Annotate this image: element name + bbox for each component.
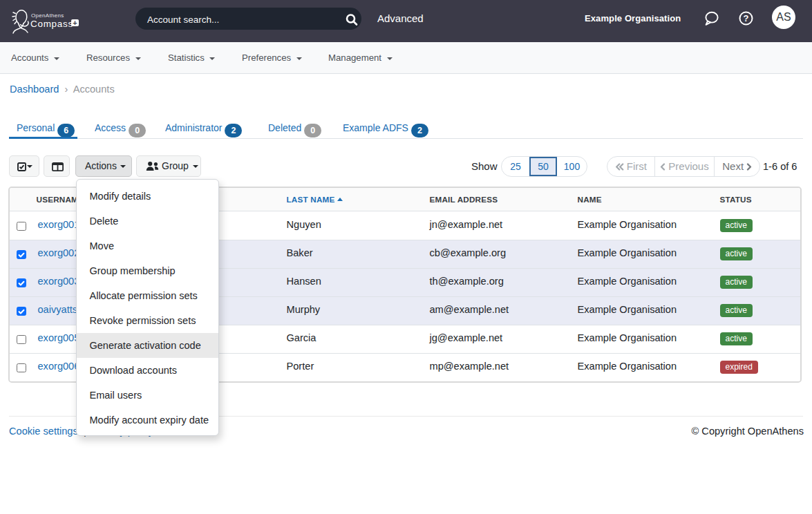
- svg-text:?: ?: [744, 13, 749, 23]
